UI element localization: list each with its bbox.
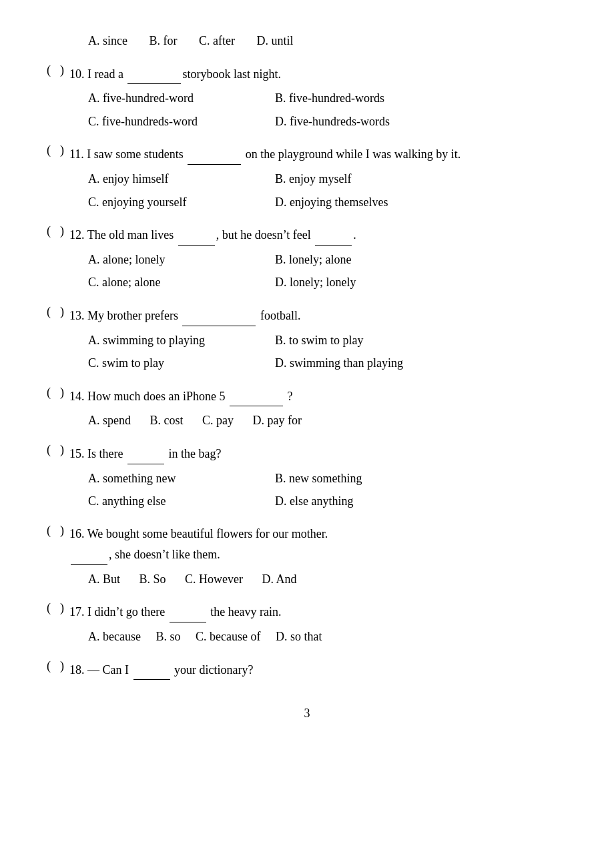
q15-paren-left: ( (40, 443, 60, 457)
q15-option-c: C. anything else (88, 491, 235, 512)
q14-paren-left: ( (40, 386, 60, 400)
q10-option-a: A. five-hundred-word (88, 88, 235, 109)
q11-paren-left: ( (40, 143, 60, 157)
q13-block: ( ) 13. My brother prefers football. A. … (40, 305, 574, 374)
q15-blank (127, 443, 164, 464)
q18-paren-right: ) (60, 659, 69, 673)
q12-paren-left: ( (40, 224, 60, 238)
q16-option-b: B. So (139, 572, 166, 586)
q14-option-b: B. cost (150, 414, 184, 427)
q10-option-d: D. five-hundreds-words (275, 111, 422, 132)
q14-options: A. spend B. cost C. pay D. pay for (88, 410, 574, 431)
q17-text: 17. I didn’t go there the heavy rain. (69, 601, 574, 622)
q9-options-row: A. since B. for C. after D. until (88, 31, 574, 51)
q14-line: ( ) 14. How much does an iPhone 5 ? (40, 386, 574, 407)
q15-option-b: B. new something (275, 468, 422, 489)
q13-paren-right: ) (60, 305, 69, 319)
q11-options-row1: A. enjoy himself B. enjoy myself (88, 169, 574, 189)
q16-options: A. But B. So C. However D. And (88, 569, 574, 590)
q14-option-c: C. pay (202, 414, 234, 427)
q15-paren-right: ) (60, 443, 69, 457)
q12-options-row2: C. alone; alone D. lonely; lonely (88, 272, 574, 293)
q9-option-b: B. for (149, 34, 177, 47)
q12-option-d: D. lonely; lonely (275, 272, 422, 293)
q16-options-row: A. But B. So C. However D. And (88, 569, 574, 590)
q12-options: A. alone; lonely B. lonely; alone C. alo… (88, 250, 574, 293)
q15-option-a: A. something new (88, 468, 235, 489)
q16-text: 16. We bought some beautiful flowers for… (69, 524, 574, 565)
q13-option-b: B. to swim to play (275, 330, 422, 351)
q16-option-a: A. But (88, 572, 120, 586)
q15-line: ( ) 15. Is there in the bag? (40, 443, 574, 464)
q13-options-row2: C. swim to play D. swimming than playing (88, 353, 574, 374)
q11-block: ( ) 11. I saw some students on the playg… (40, 143, 574, 212)
q17-paren-left: ( (40, 601, 60, 615)
q12-text: 12. The old man lives , but he doesn’t f… (69, 224, 574, 246)
q15-options: A. something new B. new something C. any… (88, 468, 574, 512)
q16-line: ( ) 16. We bought some beautiful flowers… (40, 524, 574, 565)
q13-option-c: C. swim to play (88, 353, 235, 374)
q16-block: ( ) 16. We bought some beautiful flowers… (40, 524, 574, 590)
q13-option-d: D. swimming than playing (275, 353, 422, 374)
q10-block: ( ) 10. I read a storybook last night. A… (40, 63, 574, 132)
q11-paren-right: ) (60, 143, 69, 157)
q9-options-block: A. since B. for C. after D. until (40, 31, 574, 51)
q10-option-b: B. five-hundred-words (275, 88, 422, 109)
q14-block: ( ) 14. How much does an iPhone 5 ? A. s… (40, 386, 574, 431)
q10-paren-left: ( (40, 63, 60, 77)
page-number: 3 (40, 707, 574, 721)
q13-options-row1: A. swimming to playing B. to swim to pla… (88, 330, 574, 351)
q9-options-area: A. since B. for C. after D. until (88, 31, 574, 51)
q12-option-a: A. alone; lonely (88, 250, 235, 270)
q16-option-d: D. And (262, 572, 297, 586)
q11-line: ( ) 11. I saw some students on the playg… (40, 143, 574, 165)
q9-option-a: A. since (88, 34, 127, 47)
q13-blank (182, 305, 256, 326)
q9-option-d: D. until (256, 34, 293, 47)
q12-option-b: B. lonely; alone (275, 250, 422, 270)
q17-block: ( ) 17. I didn’t go there the heavy rain… (40, 601, 574, 646)
q17-option-d: D. so that (276, 630, 322, 643)
q15-block: ( ) 15. Is there in the bag? A. somethin… (40, 443, 574, 512)
q14-text: 14. How much does an iPhone 5 ? (69, 386, 574, 407)
q10-options-row2: C. five-hundreds-word D. five-hundreds-w… (88, 111, 574, 132)
q17-line: ( ) 17. I didn’t go there the heavy rain… (40, 601, 574, 622)
q10-options: A. five-hundred-word B. five-hundred-wor… (88, 88, 574, 131)
q11-option-b: B. enjoy myself (275, 169, 422, 189)
q14-blank (230, 386, 283, 407)
q16-blank (71, 544, 107, 565)
q15-text: 15. Is there in the bag? (69, 443, 574, 464)
q17-paren-right: ) (60, 601, 69, 615)
q12-paren-right: ) (60, 224, 69, 238)
q11-option-a: A. enjoy himself (88, 169, 235, 189)
q18-blank (133, 659, 170, 681)
q11-options: A. enjoy himself B. enjoy myself C. enjo… (88, 169, 574, 212)
q15-options-row1: A. something new B. new something (88, 468, 574, 489)
q11-option-c: C. enjoying yourself (88, 192, 235, 213)
q18-block: ( ) 18. — Can I your dictionary? (40, 659, 574, 681)
q18-line: ( ) 18. — Can I your dictionary? (40, 659, 574, 681)
q10-option-c: C. five-hundreds-word (88, 111, 235, 132)
q11-blank (188, 143, 241, 165)
q18-paren-left: ( (40, 659, 60, 673)
q17-option-b: B. so (156, 630, 180, 643)
q10-line: ( ) 10. I read a storybook last night. (40, 63, 574, 85)
q11-text: 11. I saw some students on the playgroun… (69, 143, 574, 165)
q15-option-d: D. else anything (275, 491, 422, 512)
q13-options: A. swimming to playing B. to swim to pla… (88, 330, 574, 374)
q11-option-d: D. enjoying themselves (275, 192, 422, 213)
q13-text: 13. My brother prefers football. (69, 305, 574, 326)
q12-options-row1: A. alone; lonely B. lonely; alone (88, 250, 574, 270)
q11-options-row2: C. enjoying yourself D. enjoying themsel… (88, 192, 574, 213)
q14-paren-right: ) (60, 386, 69, 400)
q13-paren-left: ( (40, 305, 60, 319)
q17-options-row: A. because B. so C. because of D. so tha… (88, 626, 574, 647)
q12-line: ( ) 12. The old man lives , but he doesn… (40, 224, 574, 246)
q10-paren-right: ) (60, 63, 69, 77)
q12-blank1 (178, 224, 215, 246)
q10-text: 10. I read a storybook last night. (69, 63, 574, 85)
q12-option-c: C. alone; alone (88, 272, 235, 293)
q13-option-a: A. swimming to playing (88, 330, 235, 351)
q17-blank (170, 601, 206, 622)
q14-option-a: A. spend (88, 414, 131, 427)
